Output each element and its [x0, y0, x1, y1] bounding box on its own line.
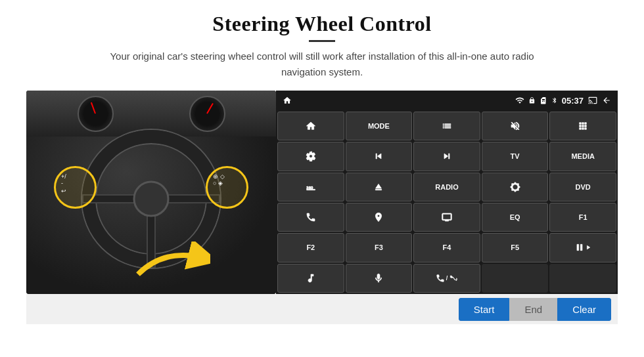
bluetooth-icon — [551, 96, 558, 105]
btn-f4[interactable]: F4 — [413, 233, 480, 262]
btn-empty1 — [482, 264, 549, 293]
status-bar: 05:37 — [276, 91, 618, 110]
status-right: 05:37 — [515, 96, 611, 106]
title-divider — [309, 40, 335, 42]
lock-icon — [528, 96, 536, 105]
page-subtitle: Your original car's steering wheel contr… — [92, 49, 552, 80]
btn-360[interactable]: 360 — [277, 173, 344, 201]
page-title: Steering Wheel Control — [212, 12, 431, 36]
btn-eject[interactable] — [346, 173, 413, 201]
control-panel: 05:37 MODE — [276, 91, 618, 294]
btn-media[interactable]: MEDIA — [549, 142, 616, 171]
end-button[interactable]: End — [509, 298, 557, 321]
btn-tv[interactable]: TV — [482, 142, 549, 171]
btn-f5[interactable]: F5 — [482, 233, 549, 262]
needle-right — [206, 103, 214, 114]
btn-f1[interactable]: F1 — [549, 203, 616, 232]
btn-home[interactable] — [277, 112, 344, 140]
svg-text:360: 360 — [306, 185, 313, 189]
gauge-left — [78, 96, 114, 132]
time-display: 05:37 — [562, 96, 584, 106]
btn-empty2 — [549, 264, 616, 293]
button-grid: MODE — [276, 110, 618, 294]
btn-brightness[interactable] — [482, 173, 549, 201]
btn-forward[interactable] — [413, 142, 480, 171]
btn-voicecall[interactable]: / — [413, 264, 480, 293]
btn-mode[interactable]: MODE — [346, 112, 413, 140]
btn-gps[interactable] — [346, 203, 413, 232]
btn-f3[interactable]: F3 — [346, 233, 413, 262]
btn-mute[interactable] — [482, 112, 549, 140]
btn-playpause[interactable] — [549, 233, 616, 262]
btn-phone[interactable] — [277, 203, 344, 232]
wifi-icon — [515, 96, 524, 105]
btn-settings[interactable] — [277, 142, 344, 171]
btn-mic[interactable] — [346, 264, 413, 293]
svg-rect-2 — [306, 189, 315, 190]
btn-apps[interactable] — [549, 112, 616, 140]
btn-rewind[interactable] — [346, 142, 413, 171]
callout-left: +/- ↩ — [54, 166, 97, 209]
callout-right: ⊕ ◇○ ◈ — [206, 166, 248, 209]
btn-radio[interactable]: RADIO — [413, 173, 480, 201]
needle-left — [91, 102, 96, 114]
wheel-hub — [133, 181, 170, 217]
btn-list[interactable] — [413, 112, 480, 140]
clear-button[interactable]: Clear — [557, 298, 611, 321]
start-button[interactable]: Start — [459, 298, 510, 321]
back-icon — [602, 96, 611, 105]
action-bar: Start End Clear — [26, 294, 618, 324]
btn-music[interactable] — [277, 264, 344, 293]
btn-f2[interactable]: F2 — [277, 233, 344, 262]
cast-icon — [587, 96, 598, 105]
status-left — [283, 96, 292, 105]
gauge-right — [189, 96, 225, 132]
home-status-icon — [283, 96, 292, 105]
sim-icon — [540, 96, 547, 105]
btn-screen[interactable] — [413, 203, 480, 232]
btn-dvd[interactable]: DVD — [549, 173, 616, 201]
btn-eq[interactable]: EQ — [482, 203, 549, 232]
arrow-indicator — [131, 242, 210, 287]
steering-wheel-image: +/- ↩ ⊕ ◇○ ◈ — [26, 91, 276, 294]
